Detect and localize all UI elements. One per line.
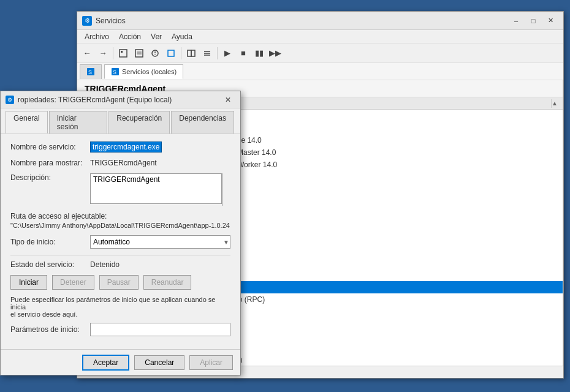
toolbar-sep1 xyxy=(113,47,113,59)
description-label: Descripción: xyxy=(10,173,90,182)
ok-button[interactable]: Aceptar xyxy=(82,355,129,371)
tab-recuperacion[interactable]: Recuperación xyxy=(108,111,170,134)
display-name-row: Nombre para mostrar: TRIGGERcmdAgent xyxy=(10,159,230,167)
maximize-button[interactable]: □ xyxy=(525,15,541,27)
window-controls: – □ ✕ xyxy=(508,15,558,27)
svg-rect-2 xyxy=(135,50,143,57)
svg-rect-1 xyxy=(121,51,123,53)
menu-ver[interactable]: Ver xyxy=(146,31,167,42)
dialog-title: ropiedades: TRIGGERcmdAgent (Equipo loca… xyxy=(18,96,221,104)
svg-rect-9 xyxy=(188,50,191,56)
description-scrollbar[interactable] xyxy=(222,173,230,206)
startup-type-row: Tipo de inicio: Automático Manual Deshab… xyxy=(10,235,230,249)
svg-text:S: S xyxy=(113,69,116,75)
dialog-content: Nombre de servicio: triggercmdagent.exe … xyxy=(1,134,240,344)
toolbar-btn1[interactable] xyxy=(116,46,131,61)
title-bar: ⚙ Servicios – □ ✕ xyxy=(77,12,563,30)
services-window-icon: ⚙ xyxy=(82,16,92,26)
svg-rect-8 xyxy=(168,50,174,56)
apply-button[interactable]: Aplicar xyxy=(189,355,233,370)
nav-tab-icon: S xyxy=(80,64,102,79)
menu-archivo[interactable]: Archivo xyxy=(80,31,114,42)
service-control-buttons: Iniciar Detener Pausar Reanudar xyxy=(10,275,230,290)
nav-tab-local[interactable]: S Servicios (locales) xyxy=(104,64,183,79)
params-input[interactable] xyxy=(90,323,230,336)
stop-button[interactable]: Detener xyxy=(52,275,94,290)
description-row: Descripción: TRIGGERcmdAgent xyxy=(10,173,230,206)
params-label: Parámetros de inicio: xyxy=(10,325,90,334)
menu-ayuda[interactable]: Ayuda xyxy=(167,31,197,42)
divider1 xyxy=(10,255,230,255)
startup-type-select[interactable]: Automático Manual Deshabilitado xyxy=(90,235,230,249)
display-name-label: Nombre para mostrar: xyxy=(10,159,90,167)
status-row: Estado del servicio: Detenido xyxy=(10,260,230,269)
svg-rect-0 xyxy=(120,50,127,57)
dialog-title-bar: ⚙ ropiedades: TRIGGERcmdAgent (Equipo lo… xyxy=(1,91,240,108)
exe-path-label: Ruta de acceso al ejecutable: xyxy=(10,212,230,221)
toolbar-btn6[interactable] xyxy=(200,46,215,61)
start-button[interactable]: Iniciar xyxy=(10,275,47,290)
nav-bar: S S Servicios (locales) xyxy=(77,63,563,80)
menu-bar: Archivo Acción Ver Ayuda xyxy=(77,30,563,43)
toolbar-btn5[interactable] xyxy=(184,46,199,61)
toolbar-btn3[interactable] xyxy=(148,46,162,61)
toolbar: ← → ▶ ■ ▮▮ ▶▶ xyxy=(77,43,563,63)
params-row: Parámetros de inicio: xyxy=(10,323,230,336)
dialog-footer: Aceptar Cancelar Aplicar xyxy=(1,349,240,375)
resume-button[interactable]: Reanudar xyxy=(143,275,192,290)
menu-accion[interactable]: Acción xyxy=(114,31,146,42)
toolbar-btn4[interactable] xyxy=(164,46,178,61)
window-title: Servicios xyxy=(96,17,508,25)
svg-rect-10 xyxy=(191,50,195,56)
toolbar-forward[interactable]: → xyxy=(96,46,110,61)
description-textarea[interactable]: TRIGGERcmdAgent xyxy=(90,173,222,204)
toolbar-stop[interactable]: ■ xyxy=(236,46,251,61)
minimize-button[interactable]: – xyxy=(508,15,524,27)
display-name-value: TRIGGERcmdAgent xyxy=(90,159,230,167)
dialog-close-button[interactable]: ✕ xyxy=(221,94,235,106)
svg-point-7 xyxy=(154,54,156,55)
cancel-button[interactable]: Cancelar xyxy=(134,355,184,370)
pause-button[interactable]: Pausar xyxy=(99,275,139,290)
tab-general[interactable]: General xyxy=(6,111,48,134)
tab-dependencias[interactable]: Dependencias xyxy=(171,111,234,134)
toolbar-btn2[interactable] xyxy=(132,46,146,61)
status-label: Estado del servicio: xyxy=(10,260,90,269)
toolbar-sep3 xyxy=(217,47,218,59)
exe-path-value: "C:\Users\Jimmy Anthony\AppData\Local\TR… xyxy=(10,222,230,229)
toolbar-resume[interactable]: ▶▶ xyxy=(268,46,283,61)
toolbar-sep2 xyxy=(181,47,181,59)
dialog-tabs: General Iniciar sesión Recuperación Depe… xyxy=(1,108,240,134)
properties-dialog: ⚙ ropiedades: TRIGGERcmdAgent (Equipo lo… xyxy=(0,91,241,375)
toolbar-pause[interactable]: ▮▮ xyxy=(252,46,267,61)
service-name-value[interactable]: triggercmdagent.exe xyxy=(90,141,162,153)
dialog-icon: ⚙ xyxy=(6,96,14,104)
close-button[interactable]: ✕ xyxy=(542,15,558,27)
status-value: Detenido xyxy=(90,260,230,269)
tab-iniciar-sesion[interactable]: Iniciar sesión xyxy=(49,111,108,134)
startup-select-wrapper: Automático Manual Deshabilitado ▼ xyxy=(90,235,230,249)
svg-text:S: S xyxy=(88,69,92,75)
service-name-row: Nombre de servicio: triggercmdagent.exe xyxy=(10,141,230,153)
startup-type-label: Tipo de inicio: xyxy=(10,238,90,246)
toolbar-back[interactable]: ← xyxy=(80,46,94,61)
sort-icon: ▲ xyxy=(552,100,558,107)
help-text: Puede especificar los parámetros de inic… xyxy=(10,296,230,318)
toolbar-play[interactable]: ▶ xyxy=(220,46,235,61)
service-name-label: Nombre de servicio: xyxy=(10,143,90,151)
description-wrapper: TRIGGERcmdAgent xyxy=(90,173,230,206)
